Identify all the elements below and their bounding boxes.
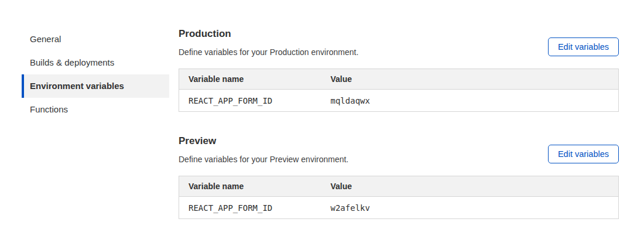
column-header-variable-name: Variable name	[179, 69, 321, 90]
environment-variables-settings-page: General Builds & deployments Environment…	[0, 0, 644, 246]
table-row: REACT_APP_FORM_ID w2afelkv	[179, 197, 619, 219]
production-section: Production Define variables for your Pro…	[179, 28, 619, 112]
sidebar-item-environment-variables[interactable]: Environment variables	[22, 74, 169, 98]
production-variables-table: Variable name Value REACT_APP_FORM_ID mq…	[179, 69, 619, 112]
column-header-variable-name: Variable name	[179, 176, 321, 197]
variable-value-cell: mqldaqwx	[321, 90, 619, 112]
sidebar-item-functions[interactable]: Functions	[22, 98, 169, 121]
variable-name-cell: REACT_APP_FORM_ID	[179, 197, 321, 219]
main-content: Production Define variables for your Pro…	[179, 28, 619, 219]
sidebar-item-general[interactable]: General	[22, 28, 169, 51]
column-header-value: Value	[321, 176, 619, 197]
table-row: REACT_APP_FORM_ID mqldaqwx	[179, 90, 619, 112]
variable-value-cell: w2afelkv	[321, 197, 619, 219]
table-header-row: Variable name Value	[179, 176, 619, 197]
settings-sidebar: General Builds & deployments Environment…	[22, 28, 169, 121]
edit-variables-button-production[interactable]: Edit variables	[548, 37, 619, 56]
table-header-row: Variable name Value	[179, 69, 619, 90]
sidebar-item-builds-deployments[interactable]: Builds & deployments	[22, 51, 169, 74]
column-header-value: Value	[321, 69, 619, 90]
variable-name-cell: REACT_APP_FORM_ID	[179, 90, 321, 112]
edit-variables-button-preview[interactable]: Edit variables	[548, 145, 619, 163]
preview-variables-table: Variable name Value REACT_APP_FORM_ID w2…	[179, 176, 619, 219]
preview-section: Preview Define variables for your Previe…	[179, 135, 619, 219]
